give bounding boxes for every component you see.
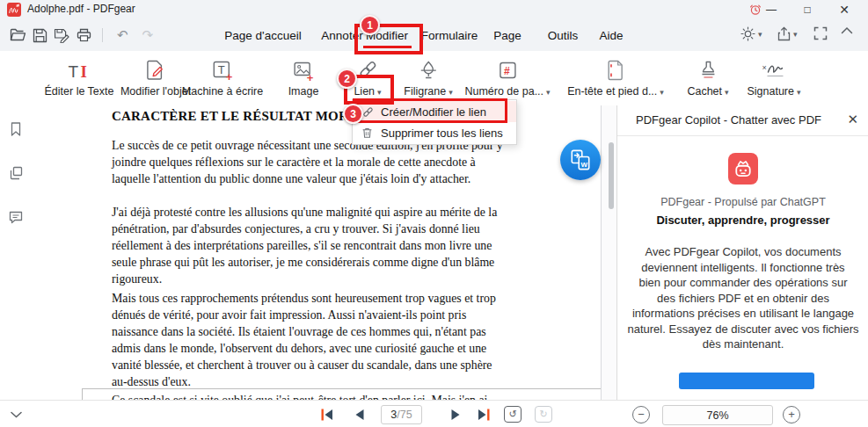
share-icon [777,26,791,41]
svg-text:T: T [218,63,225,76]
menu-item-supprimer-liens[interactable]: Supprimer tous les liens [353,122,516,143]
share-button[interactable]: ▾ [777,26,798,41]
window-title: Adolphe.pdf - PDFgear [27,3,135,15]
copilot-powered-by: PDFgear - Propulsé par ChatGPT [617,196,868,208]
left-sidebar [0,105,33,400]
annotation-badge-1: 1 [360,15,380,35]
signature-caret: ▾ [797,88,801,97]
tool-editer-le-texte[interactable]: TI Éditer le Texte [45,55,114,98]
theme-caret: ▾ [758,30,762,39]
stamp-icon [687,55,728,82]
zoom-in-icon: + [783,406,800,423]
comments-icon[interactable] [8,209,24,225]
copilot-header: PDFgear Copilot - Chatter avec PDF ✕ [617,105,868,136]
tool-cachet[interactable]: Cachet▾ [687,55,728,98]
pdf-to-word-icon: W [567,147,594,173]
menu-formulaire[interactable]: Formulaire [421,29,478,42]
lien-dropdown-menu: Créer/Modifier le lien Supprimer tous le… [352,99,517,145]
signature-icon: × [747,55,800,82]
zoom-out-icon: − [632,406,650,423]
close-button[interactable]: ✕ [829,0,859,19]
document-page[interactable]: CARACTÈRE ET LE RÉSULTAT MORAL Le succès… [32,105,601,400]
page-number-input[interactable]: 3/75 [381,405,422,424]
copilot-description: Avec PDFgear Copilot, vos documents devi… [624,244,862,352]
quick-access-toolbar: ↶ ↷ [7,27,160,43]
copilot-panel: PDFgear Copilot - Chatter avec PDF ✕ PDF… [616,105,868,400]
menu-item-creer-modifier-lien[interactable]: Créer/Modifier le lien [353,101,516,122]
tool-machine-a-ecrire[interactable]: T+ Machine à écrire [182,55,263,98]
collapse-statusbar-icon[interactable] [7,401,25,427]
numero-caret: ▾ [546,88,551,97]
convert-to-word-button[interactable]: W [560,140,601,180]
open-file-icon[interactable] [7,27,28,43]
menu-page-accueil[interactable]: Page d'accueil [224,29,301,42]
annotation-badge-2: 2 [337,69,357,89]
menu-aide[interactable]: Aide [599,29,623,42]
entete-caret: ▾ [660,88,664,97]
text-block-outline[interactable]: Ce scandale est si vite oublié que j'ai … [82,388,601,400]
current-page: 3 [390,409,397,421]
header-footer-icon [567,55,664,82]
theme-button[interactable]: ▾ [740,26,762,41]
menu-outils[interactable]: Outils [548,29,579,42]
typewriter-icon: T+ [182,55,263,82]
link-icon [354,55,381,82]
document-paragraph-2: J'ai déjà protesté contre les allusions … [112,204,594,287]
first-page-button[interactable] [318,401,336,427]
view-history-back-button[interactable]: ↺ [503,401,522,427]
svg-text:+: + [226,70,233,82]
maximize-button[interactable]: □ [792,0,822,19]
tool-image[interactable]: + Image [288,55,319,98]
view-history-forward-button[interactable]: ↻ [534,401,553,427]
tool-en-tete-pied[interactable]: En-tête et pied d...▾ [567,55,664,98]
save-as-icon[interactable] [51,27,72,43]
edit-toolbar: TI Éditer le Texte Modifier l'objet T+ M… [0,51,868,106]
copilot-tagline: Discuter, apprendre, progresser [617,214,868,227]
page-number-icon: # [464,55,550,82]
create-link-icon [361,105,381,119]
fullscreen-icon [813,26,828,40]
chevron-up-icon [841,26,853,34]
next-page-button[interactable] [447,401,464,427]
tool-numero-page[interactable]: # Numéro de pa...▾ [464,55,550,98]
tool-signature[interactable]: × Signature▾ [747,55,800,98]
edit-text-icon: TI [45,55,114,82]
tool-filigrane[interactable]: Filigrane▾ [404,55,452,98]
bookmarks-icon[interactable] [8,121,24,137]
svg-text:+: + [307,71,314,83]
print-icon[interactable] [73,27,94,43]
document-paragraph-3: Mais tous ces rapprochements prétendus s… [112,290,594,390]
zoom-level-input[interactable]: 76% [662,405,773,425]
page-thumbnails-icon[interactable] [8,165,24,181]
scrollbar-thumb[interactable] [609,142,614,209]
menu-page[interactable]: Page [493,29,522,42]
zoom-in-button[interactable]: + [782,401,801,427]
undo-icon[interactable]: ↶ [110,27,135,43]
svg-text:×: × [762,63,766,72]
menu-annoter[interactable]: Annoter [321,29,362,42]
total-pages: /75 [397,409,412,421]
save-icon[interactable] [29,27,50,43]
status-bar: 3/75 ↺ ↻ − 76% + [0,400,868,427]
tool-modifier-objet[interactable]: Modifier l'objet [120,55,191,98]
history-back-icon: ↺ [504,406,522,423]
zoom-out-button[interactable]: − [631,401,651,427]
previous-page-button[interactable] [350,401,368,427]
tool-lien[interactable]: Lien▾ [354,55,381,98]
history-forward-icon: ↻ [535,406,552,423]
last-page-button[interactable] [475,401,492,427]
copilot-action-button[interactable] [679,373,814,389]
document-paragraph-4: Ce scandale est si vite oublié que j'ai … [83,389,594,400]
menu-bar: ↶ ↷ Page d'accueil Annoter Modifier Form… [0,19,868,51]
minimize-button[interactable]: — [756,0,786,19]
fullscreen-button[interactable] [813,26,828,40]
collapse-toolbar-button[interactable] [841,26,853,34]
watermark-icon [404,55,452,82]
redo-icon[interactable]: ↷ [135,27,161,43]
title-bar: Adolphe.pdf - PDFgear — □ ✕ [0,0,868,19]
svg-text:#: # [503,65,509,77]
copilot-close-icon[interactable]: ✕ [847,112,858,127]
svg-text:I: I [81,62,87,81]
brightness-icon [740,26,755,41]
lien-caret: ▾ [377,88,382,97]
